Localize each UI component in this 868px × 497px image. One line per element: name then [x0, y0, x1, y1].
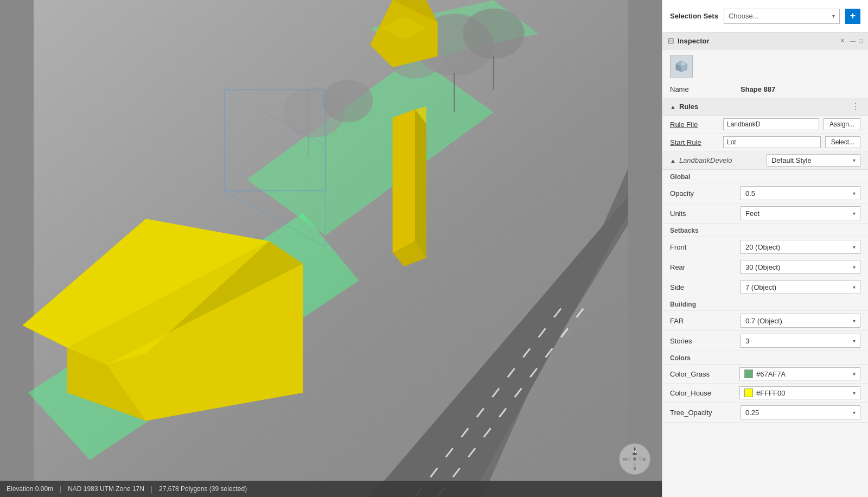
far-row: FAR 0.7 (Object) ▾ — [662, 311, 868, 331]
opacity-dropdown[interactable]: 0.5 ▾ — [741, 186, 860, 200]
svg-text:E: E — [643, 457, 646, 462]
units-chevron-icon: ▾ — [853, 211, 856, 216]
assign-button[interactable]: Assign... — [824, 118, 860, 130]
color-house-swatch — [744, 388, 753, 397]
units-value: Feet — [745, 209, 760, 218]
far-value: 0.7 (Object) — [745, 317, 782, 325]
style-name: LandbankDevelo — [679, 156, 763, 164]
opacity-value: 0.5 — [745, 189, 755, 197]
svg-point-9 — [463, 9, 525, 59]
selection-sets-label: Selection Sets — [670, 12, 718, 20]
tree-opacity-chevron-icon: ▾ — [853, 410, 856, 416]
start-rule-value: Lot — [723, 136, 821, 148]
svg-marker-25 — [415, 110, 426, 258]
far-chevron-icon: ▾ — [853, 318, 856, 324]
style-row: ▲ LandbankDevelo Default Style ▾ — [662, 151, 868, 170]
stories-label: Stories — [670, 337, 741, 345]
svg-text:W: W — [623, 457, 627, 462]
svg-point-14 — [322, 80, 373, 123]
compass: N S E W — [618, 443, 651, 475]
selection-sets-bar: Selection Sets Choose... ▾ + — [662, 0, 868, 33]
color-grass-label: Color_Grass — [670, 370, 735, 378]
viewport-3d[interactable]: N S E W Elevation 0.00m | NAD 1983 UTM Z… — [0, 0, 662, 497]
inspector-close-button[interactable]: × — [838, 36, 846, 46]
svg-marker-24 — [393, 110, 415, 253]
front-row: Front 20 (Object) ▾ — [662, 237, 868, 257]
svg-text:N: N — [633, 449, 636, 454]
colors-section-label: Colors — [662, 351, 868, 365]
chevron-down-icon: ▾ — [832, 13, 835, 19]
color-grass-row: Color_Grass #67AF7A ▾ — [662, 365, 868, 384]
inspector-minimize-button[interactable]: — — [850, 37, 856, 44]
side-dropdown[interactable]: 7 (Object) ▾ — [741, 280, 860, 294]
selection-sets-dropdown[interactable]: Choose... ▾ — [724, 9, 840, 24]
inspector-content: Name Shape 887 ▲ Rules ⋮ Rule File Landb… — [662, 81, 868, 423]
opacity-chevron-icon: ▾ — [853, 190, 856, 196]
color-house-chevron-icon: ▾ — [853, 390, 856, 396]
side-chevron-icon: ▾ — [853, 284, 856, 290]
units-dropdown[interactable]: Feet ▾ — [741, 206, 860, 220]
rules-collapse-arrow: ▲ — [670, 104, 676, 110]
name-label: Name — [670, 85, 741, 93]
global-section-label: Global — [662, 170, 868, 183]
tree-opacity-row: Tree_Opacity 0.25 ▾ — [662, 403, 868, 423]
style-value: Default Style — [771, 156, 812, 164]
side-value: 7 (Object) — [745, 283, 776, 291]
selection-sets-value: Choose... — [729, 12, 759, 20]
tree-opacity-dropdown[interactable]: 0.25 ▾ — [741, 405, 860, 419]
shape-name-value: Shape 887 — [741, 85, 860, 93]
add-selection-set-button[interactable]: + — [845, 9, 860, 24]
inspector-header: ⊟ Inspector × — □ — [662, 33, 868, 49]
stories-chevron-icon: ▾ — [853, 338, 856, 344]
units-row: Units Feet ▾ — [662, 203, 868, 224]
name-row: Name Shape 887 — [662, 81, 868, 98]
style-dropdown[interactable]: Default Style ▾ — [767, 154, 860, 167]
tree-opacity-label: Tree_Opacity — [670, 409, 741, 417]
start-rule-label[interactable]: Start Rule — [670, 138, 719, 146]
building-section-label: Building — [662, 297, 868, 311]
rules-section-title: Rules — [679, 103, 848, 111]
shape-icon — [670, 55, 693, 78]
stories-dropdown[interactable]: 3 ▾ — [741, 334, 860, 348]
rules-section-header[interactable]: ▲ Rules ⋮ — [662, 98, 868, 116]
color-house-row: Color_House #FFFF00 ▾ — [662, 384, 868, 403]
color-house-hex: #FFFF00 — [756, 389, 850, 397]
front-chevron-icon: ▾ — [853, 244, 856, 250]
status-polygons: 27,678 Polygons (39 selected) — [159, 485, 247, 493]
front-dropdown[interactable]: 20 (Object) ▾ — [741, 240, 860, 254]
svg-text:S: S — [633, 466, 636, 471]
status-projection: NAD 1983 UTM Zone 17N — [68, 485, 144, 493]
color-grass-swatch — [744, 369, 753, 378]
style-collapse-arrow: ▲ — [670, 157, 676, 164]
color-grass-hex: #67AF7A — [756, 370, 850, 378]
units-label: Units — [670, 209, 741, 218]
inspector-panel[interactable]: ⊟ Inspector × — □ — [662, 33, 868, 497]
inspector-icon: ⊟ — [668, 36, 674, 45]
inspector-title: Inspector — [678, 37, 835, 45]
rear-row: Rear 30 (Object) ▾ — [662, 257, 868, 277]
opacity-label: Opacity — [670, 189, 741, 197]
select-button[interactable]: Select... — [825, 136, 860, 148]
rear-label: Rear — [670, 263, 741, 271]
setbacks-section-label: Setbacks — [662, 224, 868, 237]
rear-dropdown[interactable]: 30 (Object) ▾ — [741, 260, 860, 274]
color-grass-dropdown[interactable]: #67AF7A ▾ — [739, 367, 860, 380]
start-rule-row: Start Rule Lot Select... — [662, 133, 868, 151]
rule-file-row: Rule File LandbankD Assign... — [662, 116, 868, 133]
right-panel: Selection Sets Choose... ▾ + ⊟ Inspector… — [662, 0, 868, 497]
side-label: Side — [670, 283, 741, 291]
status-bar: Elevation 0.00m | NAD 1983 UTM Zone 17N … — [0, 481, 662, 497]
svg-point-43 — [633, 457, 636, 461]
shape-icon-container — [662, 49, 868, 81]
rules-section-dots[interactable]: ⋮ — [851, 101, 860, 112]
front-value: 20 (Object) — [745, 243, 780, 251]
color-house-label: Color_House — [670, 389, 735, 397]
rear-value: 30 (Object) — [745, 263, 780, 271]
rule-file-label[interactable]: Rule File — [670, 120, 719, 129]
inspector-maximize-button[interactable]: □ — [859, 37, 863, 44]
color-grass-chevron-icon: ▾ — [853, 371, 856, 377]
status-elevation: Elevation 0.00m — [7, 485, 53, 493]
color-house-dropdown[interactable]: #FFFF00 ▾ — [739, 386, 860, 399]
far-dropdown[interactable]: 0.7 (Object) ▾ — [741, 314, 860, 328]
style-chevron-icon: ▾ — [853, 157, 856, 163]
